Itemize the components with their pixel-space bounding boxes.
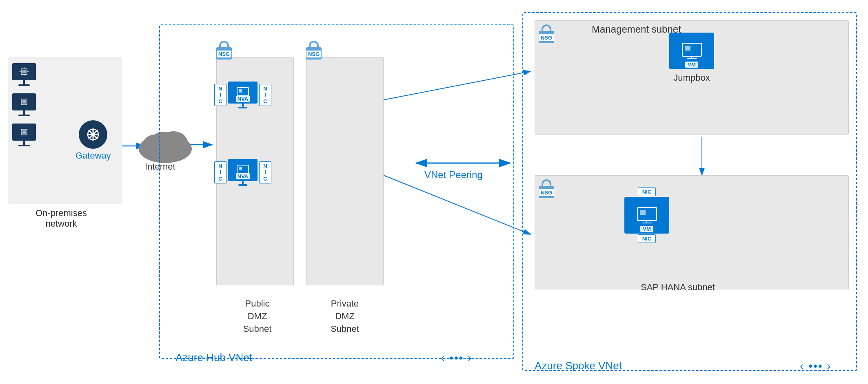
monitor-screen-2 [12, 93, 36, 110]
svg-rect-30 [239, 89, 242, 93]
monitor-stand-1 [23, 80, 25, 84]
nic-left-top: NIC [214, 84, 226, 106]
sap-nic-bottom: NIC [638, 234, 656, 243]
nsg-shackle-private [309, 41, 319, 47]
private-dmz-box [306, 57, 384, 285]
nva-screen-bottom: NVA [228, 159, 258, 181]
nva-bottom-monitor: NVA [228, 159, 258, 186]
nic-left-bottom: NIC [214, 161, 226, 184]
jumpbox-label: Jumpbox [673, 73, 710, 83]
monitor-stand-3 [23, 141, 25, 145]
monitor-screen-3 [12, 124, 36, 141]
nsg-label-public: NSG [216, 50, 232, 58]
svg-rect-19 [22, 130, 26, 134]
svg-rect-17 [22, 100, 26, 104]
sap-hana-vm-group: NIC VM NIC [624, 188, 669, 243]
nsg-shackle-sap [542, 179, 551, 186]
nsg-icon-public: NSG [216, 41, 232, 60]
nva-top-group: NIC NVA NIC [214, 82, 271, 108]
nva-top-monitor: NVA [228, 82, 258, 108]
public-dmz-label: Public DMZ Subnet [222, 298, 293, 335]
on-premises-label: On-premises network [16, 208, 106, 229]
nsg-label-sap: NSG [539, 189, 554, 196]
management-subnet-label: Management subnet [592, 24, 681, 35]
diagram-container: Gateway On-premises network Internet Azu… [0, 0, 868, 384]
sap-vm-icon: VM [624, 197, 669, 234]
nsg-icon-private: NSG [306, 41, 322, 60]
nsg-shackle-management [542, 24, 551, 31]
nsg-body-private: NSG [306, 47, 322, 60]
gateway-icon [79, 120, 107, 149]
private-dmz-label: Private DMZ Subnet [308, 298, 382, 335]
svg-rect-15 [22, 70, 26, 73]
sap-hana-subnet-label: SAP HANA subnet [641, 281, 715, 294]
vm-label-management: VM [685, 62, 698, 68]
nva-bottom-group: NIC NVA NIC [214, 159, 271, 186]
monitor-stand-2 [23, 110, 25, 115]
svg-rect-32 [239, 167, 242, 170]
vm-label-sap: VM [640, 226, 653, 232]
svg-rect-34 [685, 46, 690, 51]
monitor-base-2 [18, 115, 30, 116]
nic-right-bottom: NIC [259, 161, 271, 184]
monitor-2 [12, 93, 36, 116]
jumpbox-vm-icon: VM [669, 33, 714, 69]
nsg-label-management: NSG [539, 34, 554, 42]
hub-dots: ‹ ••• › [441, 351, 473, 364]
nsg-label-private: NSG [306, 50, 322, 58]
nsg-body-sap: NSG [539, 186, 554, 198]
monitor-1 [12, 63, 36, 86]
on-premises-monitors [12, 63, 36, 146]
azure-spoke-label: Azure Spoke VNet [535, 360, 622, 372]
gateway-label: Gateway [75, 150, 111, 161]
spoke-dots: ‹ ••• › [800, 360, 832, 373]
sap-nic-top: NIC [638, 188, 656, 196]
nva-screen-top: NVA [228, 82, 258, 104]
monitor-base-3 [18, 145, 30, 146]
nic-right-top: NIC [259, 84, 271, 106]
nsg-icon-management: NSG [539, 24, 554, 43]
monitor-base-1 [18, 84, 30, 86]
nsg-shackle-public [219, 41, 229, 47]
private-dmz-nsg: NSG [306, 41, 322, 60]
jumpbox-vm-group: VM Jumpbox [669, 33, 714, 83]
azure-hub-label: Azure Hub VNet [175, 351, 252, 364]
sap-hana-subnet-box [535, 175, 849, 289]
vnet-peering-label: VNet Peering [424, 169, 483, 181]
nva-label-top: NVA [236, 96, 250, 102]
sap-hana-nsg: NSG [539, 179, 554, 198]
svg-rect-38 [640, 210, 646, 215]
nva-label-bottom: NVA [236, 173, 250, 179]
nsg-icon-sap: NSG [539, 179, 554, 198]
nsg-body-management: NSG [539, 31, 554, 43]
gateway-group: Gateway [75, 120, 111, 161]
monitor-screen-1 [12, 63, 36, 80]
monitor-3 [12, 124, 36, 146]
public-dmz-nsg: NSG [216, 41, 232, 60]
management-nsg: NSG [539, 24, 554, 43]
nsg-body-public: NSG [216, 47, 232, 60]
